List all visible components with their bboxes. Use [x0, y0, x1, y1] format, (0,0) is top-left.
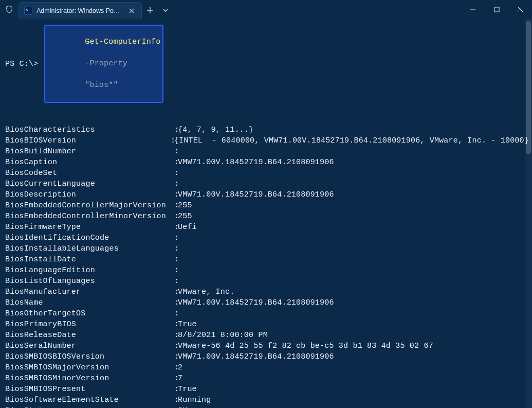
output-key: BiosFirmwareType [5, 222, 170, 233]
output-row: BiosCharacteristics : {4, 7, 9, 11...} [5, 125, 527, 135]
output-key: BiosCurrentLanguage [5, 179, 170, 189]
output-row: BiosSMBIOSBIOSVersion : VMW71.00V.184527… [5, 351, 527, 362]
output-key: BiosDescription [5, 189, 170, 200]
output-row: BiosSMBIOSMajorVersion : 2 [5, 362, 527, 373]
output-row: BiosCaption : VMW71.00V.18452719.B64.210… [5, 157, 527, 168]
blank-gap [5, 103, 527, 125]
output-separator: : [170, 222, 178, 233]
output-value: VMware, Inc. [178, 287, 527, 297]
powershell-icon: >_ [24, 7, 32, 15]
output-row: BiosEmbeddedControllerMinorVersion : 255 [5, 211, 527, 222]
output-value: {INTEL - 6040000, VMW71.00V.18452719.B64… [174, 135, 529, 146]
output-separator: : [170, 405, 178, 408]
output-separator: : [170, 211, 178, 222]
output-row: BiosOtherTargetOS : [5, 308, 527, 319]
output-row: BiosSeralNumber : VMware-56 4d 25 55 f2 … [5, 341, 527, 351]
output-separator: : [170, 276, 178, 287]
output-key: BiosListOfLanguages [5, 276, 170, 287]
output-row: BiosLanguageEdition : [5, 265, 527, 276]
output-separator: : [170, 254, 178, 265]
output-row: BiosCodeSet : [5, 168, 527, 179]
output-separator: : [170, 297, 178, 308]
tab-active[interactable]: >_ Administrator: Windows Powe… [19, 2, 142, 19]
maximize-button[interactable] [485, 0, 508, 19]
output-separator: : [170, 287, 178, 297]
output-separator: : [166, 135, 174, 146]
window-controls [461, 0, 532, 19]
output-value: VMW71.00V.18452719.B64.2108091906 [178, 297, 527, 308]
output-separator: : [170, 265, 178, 276]
scrollbar-thumb[interactable] [526, 21, 531, 154]
output-table: BiosCharacteristics : {4, 7, 9, 11...}Bi… [5, 125, 527, 408]
output-key: BiosIdentificationCode [5, 233, 170, 243]
output-separator: : [170, 373, 178, 384]
output-separator: : [170, 200, 178, 211]
output-key: BiosCodeSet [5, 168, 170, 179]
output-value: VMW71.00V.18452719.B64.2108091906 [178, 157, 527, 168]
output-row: BiosIdentificationCode : [5, 233, 527, 243]
output-key: BiosSoftwareElementState [5, 395, 170, 405]
output-value: Uefi [178, 222, 527, 233]
output-key: BiosOtherTargetOS [5, 308, 170, 319]
tab-title: Administrator: Windows Powe… [36, 7, 123, 14]
output-key: BiosStatus [5, 405, 170, 408]
output-separator: : [170, 157, 178, 168]
output-separator: : [170, 146, 178, 157]
output-row: BiosSMBIOSMinorVersion : 7 [5, 373, 527, 384]
output-key: BiosManufacturer [5, 287, 170, 297]
new-tab-button[interactable] [142, 7, 158, 14]
output-row: BiosSoftwareElementState : Running [5, 395, 527, 405]
output-value [178, 233, 527, 243]
output-value: VMW71.00V.18452719.B64.2108091906 [178, 189, 527, 200]
output-row: BiosPrimaryBIOS : True [5, 319, 527, 330]
output-value: True [178, 384, 527, 395]
output-key: BiosSeralNumber [5, 341, 170, 351]
output-key: BiosBuildNumber [5, 146, 170, 157]
output-value: {4, 7, 9, 11...} [178, 125, 527, 135]
output-key: BiosInstallDate [5, 254, 170, 265]
output-key: BiosInstallableLanguages [5, 243, 170, 254]
output-key: BiosReleaseDate [5, 330, 170, 341]
titlebar-spacer[interactable] [173, 0, 461, 19]
output-value: 2 [178, 362, 527, 373]
output-value [178, 168, 527, 179]
output-separator: : [170, 168, 178, 179]
prompt-line: PS C:\> Get-ComputerInfo -Property "bios… [5, 25, 527, 103]
output-row: BiosCurrentLanguage : [5, 179, 527, 189]
close-button[interactable] [508, 0, 532, 19]
output-value [178, 308, 527, 319]
output-value: True [178, 319, 527, 330]
output-key: BiosSMBIOSMajorVersion [5, 362, 170, 373]
output-value [178, 265, 527, 276]
output-key: BiosEmbeddedControllerMinorVersion [5, 211, 170, 222]
output-row: BiosReleaseDate : 8/8/2021 8:00:00 PM [5, 330, 527, 341]
output-value: 8/8/2021 8:00:00 PM [178, 330, 527, 341]
output-key: BiosBIOSVersion [5, 135, 166, 146]
tab-close-button[interactable] [127, 6, 136, 15]
output-value: OK [178, 405, 527, 408]
tab-dropdown-button[interactable] [158, 7, 173, 13]
output-separator: : [170, 189, 178, 200]
output-row: BiosName : VMW71.00V.18452719.B64.210809… [5, 297, 527, 308]
output-value: 7 [178, 373, 527, 384]
output-key: BiosCharacteristics [5, 125, 170, 135]
output-value: VMW71.00V.18452719.B64.2108091906 [178, 351, 527, 362]
terminal-body[interactable]: PS C:\> Get-ComputerInfo -Property "bios… [0, 19, 532, 408]
command-name: Get-ComputerInfo [85, 38, 160, 46]
output-value [178, 243, 527, 254]
minimize-button[interactable] [461, 0, 485, 19]
output-row: BiosManufacturer : VMware, Inc. [5, 287, 527, 297]
output-separator: : [170, 233, 178, 243]
output-value: 255 [178, 211, 527, 222]
output-row: BiosBIOSVersion : {INTEL - 6040000, VMW7… [5, 135, 527, 146]
command-arg: "bios*" [85, 81, 118, 90]
scrollbar-vertical[interactable] [525, 19, 532, 408]
output-separator: : [170, 243, 178, 254]
output-key: BiosName [5, 297, 170, 308]
output-value [178, 276, 527, 287]
output-row: BiosStatus : OK [5, 405, 527, 408]
output-row: BiosInstallableLanguages : [5, 243, 527, 254]
output-key: BiosCaption [5, 157, 170, 168]
output-row: BiosDescription : VMW71.00V.18452719.B64… [5, 189, 527, 200]
output-key: BiosLanguageEdition [5, 265, 170, 276]
